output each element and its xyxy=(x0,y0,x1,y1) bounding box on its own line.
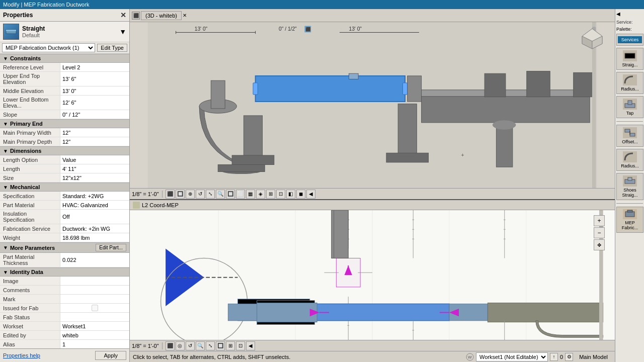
tool-btn-15[interactable]: ◀ xyxy=(306,190,315,199)
tool-btn-10[interactable]: ◈ xyxy=(256,190,265,199)
tab-close-3d[interactable]: ✕ xyxy=(183,13,187,18)
svg-rect-20 xyxy=(408,76,422,102)
canvas-2d[interactable]: + − ✥ xyxy=(130,210,615,340)
straight-icon xyxy=(623,50,637,61)
svg-rect-16 xyxy=(256,76,405,102)
tool-2d-btn-4[interactable]: 🔍 xyxy=(196,341,205,350)
duct-type-radius[interactable]: Radius... xyxy=(616,72,643,94)
prop-reference-level: Reference Level Level 2 xyxy=(0,63,129,72)
tool-2d-btn-5[interactable]: ⤡ xyxy=(206,341,215,350)
svg-rect-21 xyxy=(422,95,590,123)
svg-rect-23 xyxy=(485,73,506,97)
svg-rect-95 xyxy=(630,133,635,136)
tool-2d-btn-3[interactable]: ↺ xyxy=(186,341,195,350)
prop-slope: Slope 0" / 12" xyxy=(0,110,129,119)
section-label: More Parameters xyxy=(10,245,55,251)
tool-btn-13[interactable]: ◧ xyxy=(286,190,295,199)
section-mechanical[interactable]: ▼ Mechanical xyxy=(0,183,129,192)
sync-count: 0 xyxy=(560,354,563,360)
zoom-out-btn[interactable]: − xyxy=(594,227,605,238)
radius-label: Radius... xyxy=(621,86,639,92)
tool-2d-btn-1[interactable]: ⬛ xyxy=(166,341,175,350)
prop-upper-end: Upper End Top Elevation 13' 6" xyxy=(0,72,129,86)
tool-btn-12[interactable]: ⊡ xyxy=(276,190,285,199)
properties-help-link[interactable]: Properties help xyxy=(3,352,92,358)
3d-scene-svg: 13' 0" 0" / 1/2" 13' 0" ⬛ xyxy=(130,22,615,188)
edit-part-button[interactable]: Edit Part... xyxy=(96,244,126,251)
mep-selector[interactable]: MEP Fabrication Ductwork (1) xyxy=(2,43,95,52)
tool-btn-2[interactable]: 🔲 xyxy=(176,190,185,199)
3d-icon: ⬛ xyxy=(132,12,140,20)
radius2-icon xyxy=(623,151,637,162)
duct-type-tap[interactable]: Tap xyxy=(616,96,643,118)
prop-alias: Alias 1 xyxy=(0,340,129,348)
settings-btn[interactable]: ⚙ xyxy=(565,353,573,361)
zoom-in-btn[interactable]: + xyxy=(594,215,605,226)
apply-button[interactable]: Apply xyxy=(95,351,126,360)
panel-close-button[interactable]: ✕ xyxy=(120,11,126,19)
mep-fab-button[interactable]: MEP Fabric... xyxy=(616,207,643,233)
properties-panel: Properties ✕ Straight Default ▼ MEP Fabr… xyxy=(0,9,130,362)
workset-selector[interactable]: Workset1 (Not Editable) xyxy=(476,352,548,361)
svg-rect-100 xyxy=(627,210,632,212)
type-icon xyxy=(3,24,19,40)
svg-text:13' 0": 13' 0" xyxy=(195,26,208,32)
sync-btn[interactable]: ↑ xyxy=(550,353,558,361)
shoes-label: Shoes Straig... xyxy=(618,188,642,198)
tool-btn-9[interactable]: ▦ xyxy=(246,190,255,199)
title-text: Modify | MEP Fabrication Ductwork xyxy=(3,2,89,8)
viewport-2d: L2 Coord-MEP xyxy=(130,200,615,351)
2d-view-icon xyxy=(133,202,140,209)
title-bar: Modify | MEP Fabrication Ductwork xyxy=(0,0,644,9)
tool-btn-11[interactable]: ⊞ xyxy=(266,190,275,199)
svg-rect-26 xyxy=(244,116,262,158)
right-panel-collapse[interactable]: ◀ xyxy=(616,11,620,17)
tool-btn-4[interactable]: ↺ xyxy=(196,190,205,199)
tool-btn-5[interactable]: ⤡ xyxy=(206,190,215,199)
duct-type-radius2[interactable]: Radius... xyxy=(616,149,643,171)
tool-2d-btn-7[interactable]: ⊞ xyxy=(226,341,235,350)
mep-header: MEP Fabrication Ductwork (1) Edit Type xyxy=(0,42,129,54)
section-dimensions[interactable]: ▼ Dimensions xyxy=(0,146,129,155)
type-icon-area: Straight Default ▼ xyxy=(0,22,129,42)
tool-2d-btn-6[interactable]: 🔲 xyxy=(216,341,225,350)
duct-type-offset[interactable]: Offset... xyxy=(616,125,643,147)
duct-type-straight[interactable]: Straig... xyxy=(616,48,643,70)
section-constraints[interactable]: ▼ Constraints xyxy=(0,54,129,63)
tool-btn-6[interactable]: 🔍 xyxy=(216,190,225,199)
duct-icon xyxy=(5,26,17,38)
nav-cube[interactable] xyxy=(580,26,605,51)
svg-rect-98 xyxy=(628,177,632,180)
prop-fab-service: Fabrication Service Ductwork: +2in WG xyxy=(0,224,129,233)
3d-view-tab[interactable]: (3D - whiteb) xyxy=(141,11,182,20)
prop-specification: Specification Standard: +2WG xyxy=(0,192,129,201)
section-more-params[interactable]: ▼ More Parameters Edit Part... xyxy=(0,242,129,253)
nav-controls-2d: + − ✥ xyxy=(594,215,605,250)
offset-label: Offset... xyxy=(622,139,637,144)
tool-btn-8[interactable]: ⬜ xyxy=(236,190,245,199)
services-label: Services xyxy=(618,36,642,43)
tool-2d-btn-2[interactable]: ◎ xyxy=(176,341,185,350)
prop-length-option: Length Option Value xyxy=(0,155,129,164)
services-button[interactable]: Services xyxy=(616,34,643,46)
shoes-icon xyxy=(623,175,637,187)
section-identity[interactable]: ▼ Identity Data xyxy=(0,267,129,277)
pan-btn[interactable]: ✥ xyxy=(594,239,605,250)
section-primary-end[interactable]: ▼ Primary End xyxy=(0,119,129,128)
prop-image: Image xyxy=(0,277,129,286)
tool-btn-3[interactable]: ⊕ xyxy=(186,190,195,199)
svg-text:13' 0": 13' 0" xyxy=(349,26,362,32)
tool-2d-btn-8[interactable]: ⊡ xyxy=(236,341,245,350)
canvas-3d[interactable]: 13' 0" 0" / 1/2" 13' 0" ⬛ xyxy=(130,22,615,188)
prop-lower-end: Lower End Bottom Eleva... 12' 6" xyxy=(0,96,129,110)
type-dropdown[interactable]: ▼ xyxy=(119,28,126,36)
edit-type-button[interactable]: Edit Type xyxy=(97,44,127,52)
svg-rect-62 xyxy=(314,304,449,320)
duct-type-shoes[interactable]: Shoes Straig... xyxy=(616,173,643,200)
service-label: Service: xyxy=(616,20,643,25)
tool-btn-14[interactable]: ◼ xyxy=(296,190,305,199)
viewport-toolbar-bottom-3d: 1/8" = 1'-0" ⬛ 🔲 ⊕ ↺ ⤡ 🔍 🔲 ⬜ ▦ ◈ ⊞ ⊡ ◧ ◼… xyxy=(130,188,615,199)
tool-btn-1[interactable]: ⬛ xyxy=(166,190,175,199)
tool-btn-7[interactable]: 🔲 xyxy=(226,190,235,199)
tool-2d-btn-9[interactable]: ◀ xyxy=(246,341,255,350)
